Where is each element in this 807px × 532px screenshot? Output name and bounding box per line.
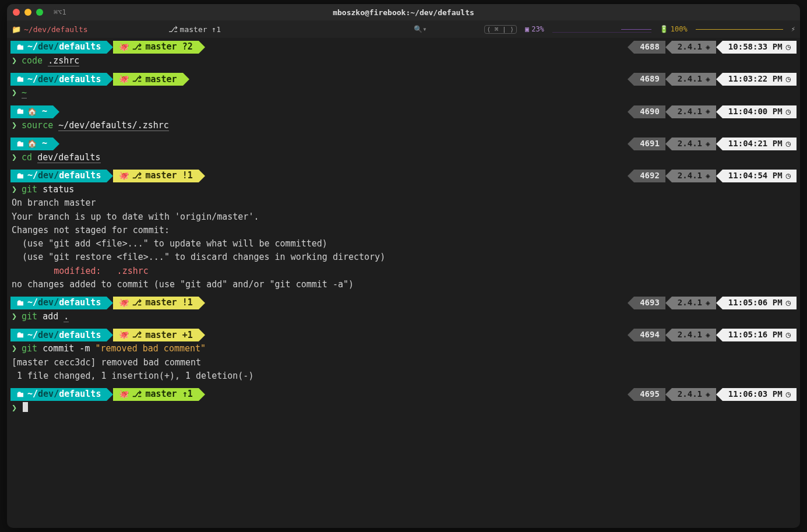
command-text: git status xyxy=(22,183,74,196)
output-line: (use "git add <file>..." to update what … xyxy=(10,237,797,251)
time-text: 11:04:00 PM xyxy=(728,105,783,118)
output-line: (use "git restore <file>..." to discard … xyxy=(10,251,797,264)
prompt-caret: ❯ xyxy=(12,119,17,132)
toolbar-right: 🔍▾ ⟨ ⌘ | ⟩ ▣ 23% 🔋 100% ⚡ xyxy=(414,24,795,34)
prompt-right: 4694 2.4.1 ◈ 11:05:16 PM ◷ xyxy=(634,329,797,341)
command-line[interactable]: ❯git add . xyxy=(10,310,797,323)
breadcrumb-path: ~/dev/defaults xyxy=(24,25,88,34)
prompt-left: 🖿 ~/dev/defaults🐙⎇ master !1 xyxy=(10,297,199,309)
branch-text: master +1 xyxy=(145,329,192,342)
path-segment: 🖿 ~/dev/defaults xyxy=(10,329,107,341)
prompt-right: 4692 2.4.1 ◈ 11:04:54 PM ◷ xyxy=(634,170,797,182)
branch-text: master ↑1 xyxy=(145,387,192,401)
ruby-version: 2.4.1 xyxy=(678,388,702,401)
path-text: ~/dev/defaults xyxy=(27,329,101,342)
command-line[interactable]: ❯git status xyxy=(10,183,797,196)
folder-icon: 🖿 xyxy=(16,138,24,150)
terminal-viewport[interactable]: 🖿 ~/dev/defaults🐙⎇ master ?2 4688 2.4.1 … xyxy=(7,38,800,528)
folder-icon: 🖿 xyxy=(16,389,24,400)
output-line: On branch master xyxy=(10,196,797,210)
branch-text: master ?2 xyxy=(145,40,192,54)
prompt-right: 4695 2.4.1 ◈ 11:06:03 PM ◷ xyxy=(634,388,797,401)
prompt-right: 4691 2.4.1 ◈ 11:04:21 PM ◷ xyxy=(634,138,797,150)
branch-text: master !1 xyxy=(145,169,192,182)
job-number: 4693 xyxy=(640,297,660,309)
clock-icon: ◷ xyxy=(786,138,791,150)
command-text: git commit -m "removed bad comment" xyxy=(22,342,206,355)
prompt-row: 🖿 ~/dev/defaults🐙⎇ master ↑1 4695 2.4.1 … xyxy=(10,387,797,401)
breadcrumb[interactable]: 📁 ~/dev/defaults xyxy=(12,25,88,34)
branch-icon: ⎇ xyxy=(132,73,142,86)
branch-segment: 🐙⎇ master ?2 xyxy=(113,41,198,54)
window-title: mboszko@firebook:~/dev/defaults xyxy=(7,8,800,17)
prompt-caret: ❯ xyxy=(12,54,17,68)
job-number: 4689 xyxy=(640,73,660,86)
clock-icon: ◷ xyxy=(786,170,791,182)
prompt-caret: ❯ xyxy=(12,342,17,355)
command-line[interactable]: ❯~ xyxy=(10,86,797,100)
job-number: 4695 xyxy=(640,388,660,401)
toolbar-branch[interactable]: ⎇ master ↑1 xyxy=(168,24,221,34)
prompt-row: 🖿 🏠 ~ 4691 2.4.1 ◈ 11:04:21 PM ◷ xyxy=(10,137,797,151)
battery-sparkline xyxy=(696,24,783,34)
github-icon: 🐙 xyxy=(119,388,129,401)
prompt-row: 🖿 ~/dev/defaults🐙⎇ master ?2 4688 2.4.1 … xyxy=(10,40,797,54)
ruby-icon: ◈ xyxy=(706,329,710,341)
job-segment: 4692 xyxy=(634,170,665,182)
ruby-version: 2.4.1 xyxy=(678,138,702,150)
github-icon: 🐙 xyxy=(119,297,129,309)
github-icon: 🐙 xyxy=(119,329,129,341)
cpu-sparkline xyxy=(552,24,651,34)
job-segment: 4691 xyxy=(634,138,665,150)
search-icon[interactable]: 🔍▾ xyxy=(414,25,427,33)
folder-icon: 🖿 xyxy=(16,73,24,85)
ruby-icon: ◈ xyxy=(706,170,710,182)
battery-icon: 🔋 xyxy=(660,25,668,33)
branch-icon: ⎇ xyxy=(132,297,142,309)
prompt-right: 4688 2.4.1 ◈ 10:58:33 PM ◷ xyxy=(634,41,797,54)
job-number: 4690 xyxy=(640,105,660,118)
prompt-row: 🖿 🏠 ~ 4690 2.4.1 ◈ 11:04:00 PM ◷ xyxy=(10,105,797,119)
ruby-version: 2.4.1 xyxy=(678,41,702,54)
terminal-window: ⌘⌥1 mboszko@firebook:~/dev/defaults 📁 ~/… xyxy=(7,4,800,528)
ruby-icon: ◈ xyxy=(706,389,710,400)
command-line[interactable]: ❯ xyxy=(10,401,797,415)
prompt-row: 🖿 ~/dev/defaults🐙⎇ master 4689 2.4.1 ◈ 1… xyxy=(10,72,797,86)
command-line[interactable]: ❯git commit -m "removed bad comment" xyxy=(10,342,797,355)
branch-icon: ⎇ xyxy=(132,388,142,401)
time-segment: 11:03:22 PM ◷ xyxy=(723,73,797,86)
path-text: ~/dev/defaults xyxy=(27,40,101,54)
path-text: ~/dev/defaults xyxy=(27,169,101,182)
command-line[interactable]: ❯source ~/dev/defaults/.zshrc xyxy=(10,119,797,132)
bolt-icon: ⚡ xyxy=(791,25,795,33)
path-segment: 🖿 ~/dev/defaults xyxy=(10,73,107,86)
toolbar: 📁 ~/dev/defaults ⎇ master ↑1 🔍▾ ⟨ ⌘ | ⟩ … xyxy=(7,20,800,38)
job-segment: 4694 xyxy=(634,329,665,341)
cpu-icon: ▣ xyxy=(525,25,529,33)
job-number: 4694 xyxy=(640,329,660,341)
ruby-version: 2.4.1 xyxy=(678,170,702,182)
folder-icon: 📁 xyxy=(12,25,21,34)
clock-icon: ◷ xyxy=(786,388,791,401)
prompt-caret: ❯ xyxy=(12,151,17,164)
clock-icon: ◷ xyxy=(786,73,791,86)
ruby-segment: 2.4.1 ◈ xyxy=(672,105,716,118)
branch-segment: 🐙⎇ master !1 xyxy=(113,170,198,182)
clock-icon: ◷ xyxy=(786,297,791,309)
prompt-right: 4689 2.4.1 ◈ 11:03:22 PM ◷ xyxy=(634,73,797,86)
battery-indicator: 🔋 100% xyxy=(660,25,688,33)
path-segment: 🖿 🏠 ~ xyxy=(10,105,53,118)
output-line: Your branch is up to date with 'origin/m… xyxy=(10,210,797,224)
job-segment: 4689 xyxy=(634,73,665,86)
command-line[interactable]: ❯code .zshrc xyxy=(10,54,797,68)
time-segment: 11:04:21 PM ◷ xyxy=(723,138,797,150)
folder-icon: 🖿 xyxy=(16,329,24,341)
command-line[interactable]: ❯cd dev/defaults xyxy=(10,151,797,164)
branch-segment: 🐙⎇ master !1 xyxy=(113,297,198,309)
titlebar: ⌘⌥1 mboszko@firebook:~/dev/defaults xyxy=(7,4,800,20)
ruby-segment: 2.4.1 ◈ xyxy=(672,388,716,401)
keyshort-pill: ⟨ ⌘ | ⟩ xyxy=(484,25,517,34)
time-text: 11:05:16 PM xyxy=(728,329,783,341)
prompt-left: 🖿 🏠 ~ xyxy=(10,138,53,150)
branch-segment: 🐙⎇ master ↑1 xyxy=(113,388,198,401)
